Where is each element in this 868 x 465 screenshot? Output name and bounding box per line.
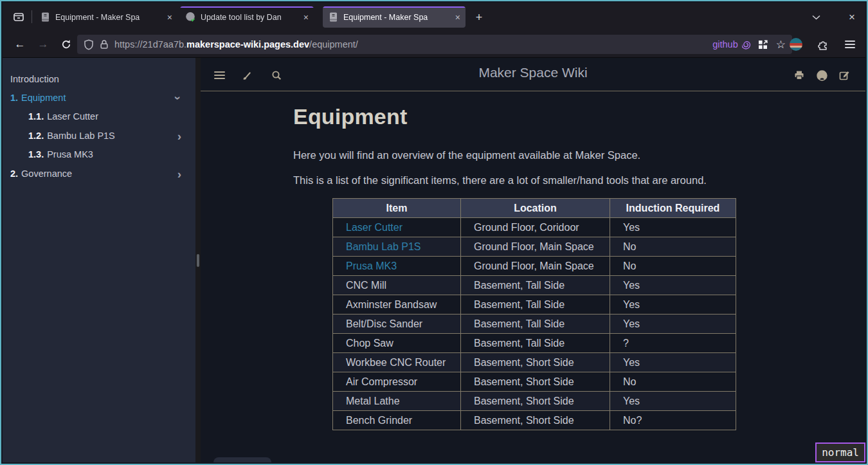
sidebar-item-equipment[interactable]: 1. Equipment › [3,91,195,105]
browser-window: { "browser": { "tabs": [ { "title": "Equ… [0,0,868,465]
list-paragraph: This is a list of the significant items,… [293,174,707,187]
reload-icon [61,39,71,50]
reload-button[interactable] [57,35,76,54]
bambu-lab-p1s-link[interactable]: Bambu Lab P1S [346,241,421,252]
print-icon[interactable] [790,66,809,85]
col-header-induction: Induction Required [610,199,736,218]
table-row: Belt/Disc Sander Basement, Tall Side Yes [333,315,736,334]
vim-mode-indicator: normal [815,442,865,462]
tab-title: Update tool list by Dan [201,13,300,22]
forward-button[interactable]: → [33,35,53,54]
equipment-table: Item Location Induction Required Laser C… [332,198,736,430]
table-row: Workbee CNC Router Basement, Short Side … [333,353,736,372]
extensions-puzzle-icon[interactable] [813,35,833,54]
wiki-sidebar: Introduction 1. Equipment › 1.1. Laser C… [3,58,195,462]
wiki-title[interactable]: Maker Space Wiki [201,65,865,80]
new-tab-button[interactable]: + [471,9,487,26]
bookmark-star-icon[interactable]: ☆ [776,38,786,51]
firefox-view-button[interactable] [8,6,30,27]
table-row: Bambu Lab P1S Ground Floor, Main Space N… [333,237,736,257]
container-name-label: github [712,39,738,50]
back-button[interactable]: ← [10,35,30,54]
table-row: Chop Saw Basement, Tall Side ? [333,334,736,353]
lock-icon[interactable] [100,39,109,50]
col-header-location: Location [461,199,610,218]
shield-icon[interactable] [84,39,94,50]
bottom-popup-edge [213,457,271,462]
table-header-row: Item Location Induction Required [333,199,736,218]
table-row: Axminster Bandsaw Basement, Tall Side Ye… [333,295,736,315]
edit-icon[interactable] [835,66,854,85]
table-row: Laser Cutter Ground Floor, Coridoor Yes [333,218,736,237]
sidebar-item-introduction[interactable]: Introduction [3,72,195,86]
github-repo-icon[interactable] [812,66,831,85]
tab-title: Equipment - Maker Spa [55,13,163,22]
intro-paragraph: Here you will find an overview of the eq… [293,149,640,161]
table-row: Bench Grinder Basement, Short Side No? [333,411,736,430]
container-stripe [180,6,314,8]
chevron-collapsed-icon[interactable]: › [177,168,181,180]
sidebar-item-prusa-mk3[interactable]: 1.3. Prusa MK3 [3,147,195,161]
firefox-view-icon [12,10,25,23]
table-row: CNC Mill Basement, Tall Side Yes [333,276,736,295]
window-close-button[interactable]: × [842,9,862,26]
sidebar-item-laser-cutter[interactable]: 1.1. Laser Cutter [3,109,195,123]
table-row: Metal Lathe Basement, Short Side Yes [333,392,736,411]
sidebar-resize-handle[interactable] [197,254,199,267]
book-icon [328,12,339,23]
chevron-expanded-icon[interactable]: › [172,96,184,100]
laser-cutter-link[interactable]: Laser Cutter [346,222,402,233]
tab-bar: Equipment - Maker Spa × Update tool list… [3,3,865,31]
table-row: Air Compressor Basement, Short Side No [333,372,736,392]
table-row: Prusa MK3 Ground Floor, Main Space No [333,257,736,276]
tab-separator [32,10,32,23]
container-stripe [323,6,466,8]
extension-avatar-icon[interactable] [786,35,806,54]
sidebar-item-governance[interactable]: 2. Governance › [3,167,195,181]
tab-close-icon[interactable]: × [455,13,460,22]
book-icon [40,12,51,23]
tab-close-icon[interactable]: × [303,13,309,22]
tab-3-active[interactable]: Equipment - Maker Spa × [323,6,466,28]
tab-title: Equipment - Maker Spa [343,13,451,22]
nav-toolbar: ← → https://21d7aa7b.makerspace-wiki.pag… [3,31,865,58]
page-title: Equipment [293,104,407,129]
col-header-item: Item [333,199,461,218]
prusa-mk3-link[interactable]: Prusa MK3 [346,260,397,271]
sidebar-item-bambu-lab-p1s[interactable]: 1.2. Bambu Lab P1S › [3,129,195,143]
grid-icon[interactable] [757,39,768,50]
list-tabs-button[interactable] [806,9,826,26]
menu-hamburger-icon[interactable] [840,35,860,54]
tab-close-icon[interactable]: × [167,13,172,22]
wiki-content: Maker Space Wiki Equipment Here you will… [201,58,865,462]
url-text: https://21d7aa7b.makerspace-wiki.pages.d… [114,39,358,50]
tab-1[interactable]: Equipment - Maker Spa × [35,6,177,28]
github-pr-icon [185,12,196,23]
wiki-menu-bar: Maker Space Wiki [201,58,865,91]
container-spiral-icon [742,39,752,50]
chevron-collapsed-icon[interactable]: › [177,130,181,142]
tab-2[interactable]: Update tool list by Dan × [180,6,314,28]
chevron-down-icon [812,15,820,20]
url-bar[interactable]: https://21d7aa7b.makerspace-wiki.pages.d… [77,35,792,54]
